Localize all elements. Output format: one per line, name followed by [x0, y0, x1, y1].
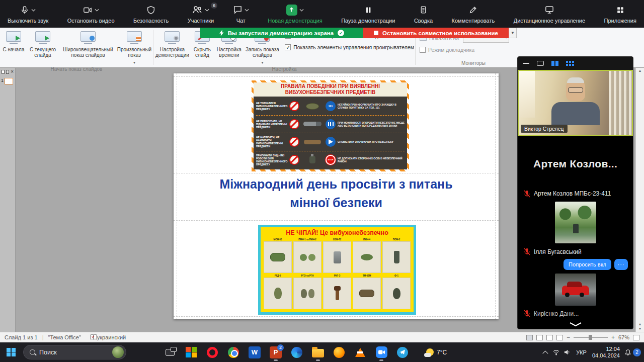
word-button[interactable]: W — [244, 342, 265, 362]
wifi-icon[interactable] — [553, 349, 559, 355]
share-screen-icon — [286, 5, 297, 16]
mine-photo — [323, 241, 351, 273]
gallery-strip-view-icon[interactable] — [551, 61, 558, 66]
taskbar-weather-widget[interactable]: 7°C — [426, 348, 447, 356]
mine-item: ПМН-4 — [353, 238, 381, 273]
slide-thumbnail-box — [5, 78, 13, 84]
scroll-up-arrow[interactable]: ▲ — [636, 69, 644, 72]
taskbar-search-box[interactable]: Поиск — [23, 345, 126, 359]
red-car-figure — [562, 286, 589, 295]
stop-sharing-button[interactable]: Остановить совместное использование — [363, 28, 509, 38]
new-share-button[interactable]: Новая демонстрация — [264, 0, 326, 28]
powerpoint-button[interactable]: P2 — [265, 342, 286, 362]
rules-row: НЕ ПЕРЕСУВАТИ, НЕ ПІДНІМАТИ НЕБЕЗПЕЧНІ П… — [256, 116, 405, 134]
file-explorer-button[interactable] — [307, 342, 329, 362]
stop-video-button[interactable]: Остановить видео — [64, 0, 118, 28]
custom-slideshow-button[interactable]: Произвольный показ — [117, 29, 152, 65]
slide-1-thumbnail[interactable]: 1 — [0, 78, 15, 84]
proofing-language[interactable]: украинский — [97, 334, 126, 340]
vertical-scrollbar[interactable]: ▲ ▲▼ — [635, 68, 644, 332]
participant-video-thumbnail[interactable] — [555, 274, 596, 306]
chrome-icon — [228, 347, 239, 358]
zoom-slider[interactable] — [574, 337, 608, 338]
zoom-in-button[interactable]: + — [611, 335, 615, 340]
participant-actions: Попросить вкл ··· — [518, 257, 633, 271]
running-indicator — [379, 359, 383, 361]
zoom-slider-thumb[interactable] — [589, 335, 592, 340]
notification-center-button[interactable]: 2 — [624, 348, 641, 356]
start-button[interactable] — [0, 342, 22, 362]
mute-button[interactable]: Выключить звук — [4, 0, 52, 28]
chat-button[interactable]: Чат — [229, 0, 253, 28]
zoom-out-button[interactable]: − — [567, 335, 570, 340]
participant-row[interactable]: Артем Козлов МПБс-23-411 — [518, 188, 633, 199]
presenter-view-checkbox[interactable]: Режим докладчика — [420, 47, 474, 53]
gallery-grid-view-icon[interactable] — [566, 61, 574, 66]
from-current-slide-button[interactable]: С текущего слайда — [26, 29, 59, 58]
tray-overflow-chevron[interactable] — [542, 350, 548, 356]
slide-sorter-view-button[interactable] — [536, 335, 543, 340]
group-label-start-slideshow: Начать показ слайдов — [1, 65, 152, 73]
vlc-button[interactable] — [350, 342, 371, 362]
active-speaker-video[interactable]: Виктор Стрелец — [518, 70, 633, 136]
annotate-button[interactable]: Комментировать — [448, 0, 499, 28]
pause-share-button[interactable]: Пауза демонстрации — [338, 0, 398, 28]
mines-poster-header: НЕ ЧІПАЙ! Це вибухонебезпечно — [261, 227, 414, 237]
statusbar-separator: | — [42, 334, 44, 340]
prev-next-slide-buttons[interactable]: ▲▼ — [636, 322, 644, 331]
collapse-panel-chevron[interactable] — [569, 320, 582, 329]
broadcast-slideshow-button[interactable]: Широковещательный показ слайдов — [59, 29, 117, 58]
more-options-button[interactable]: ··· — [614, 259, 628, 270]
monitor-play-icon — [6, 31, 21, 42]
new-share-label: Новая демонстрация — [268, 18, 322, 24]
language-indicator[interactable]: УКР — [575, 349, 588, 355]
mine-photo — [293, 241, 321, 273]
edge-button[interactable] — [286, 342, 307, 362]
participant-row[interactable]: Ілля Бугасвський — [518, 246, 633, 257]
participant-row[interactable]: Кирієнко Дани... — [518, 308, 633, 319]
participants-button[interactable]: 6 Участники — [184, 0, 218, 28]
from-beginning-button[interactable]: С начала — [1, 29, 26, 52]
mine-photo — [301, 101, 324, 112]
zoom-meeting-toolbar: Выключить звук Остановить видео Безопасн… — [0, 0, 644, 28]
ask-to-unmute-button[interactable]: Попросить вкл — [564, 259, 611, 270]
opera-button[interactable] — [202, 342, 223, 362]
megaphone-icon — [326, 137, 336, 147]
widgets-button[interactable] — [181, 342, 202, 362]
show-media-controls-checkbox[interactable]: Показать элементы управления проигрывате… — [285, 44, 414, 51]
setup-slideshow-button[interactable]: Настройка демонстрации — [154, 29, 190, 58]
spellcheck-icon[interactable] — [90, 334, 97, 341]
slideshow-view-button[interactable] — [556, 335, 563, 340]
security-button[interactable]: Безопасность — [130, 0, 172, 28]
slide[interactable]: ПРАВИЛА ПОВЕДІНКИ ПРИ ВИЯВЛЕННІ ВИБУХОНЕ… — [174, 73, 499, 319]
zoom-percentage[interactable]: 67% — [618, 334, 629, 340]
taskbar-clock[interactable]: 12:04 04.04.2024 — [592, 346, 620, 359]
monitor-gear-icon — [165, 31, 180, 42]
apps-button[interactable]: Приложения — [601, 0, 640, 28]
task-view-icon — [166, 349, 175, 356]
summary-button[interactable]: Сводка — [411, 0, 436, 28]
edge-icon — [291, 347, 302, 358]
fit-to-window-button[interactable] — [633, 335, 639, 340]
prohibition-icon — [289, 137, 299, 147]
firefox-button[interactable] — [329, 342, 350, 362]
speaker-icon[interactable] — [564, 349, 571, 355]
speaker-view-icon[interactable] — [537, 61, 544, 66]
chrome-button[interactable] — [223, 342, 244, 362]
participant-video-thumbnail[interactable] — [555, 202, 596, 243]
bolt-icon — [219, 30, 224, 36]
slide-title-line1: Міжнародний день просвіти з питань — [174, 175, 499, 194]
participant-video-figure — [548, 79, 603, 125]
reading-view-button[interactable] — [546, 335, 553, 340]
record-slideshow-label: Запись показа слайдов — [245, 47, 280, 58]
telegram-button[interactable] — [392, 342, 413, 362]
normal-view-button[interactable] — [526, 335, 533, 340]
mine-photo — [323, 278, 351, 309]
windows-logo-icon — [7, 348, 16, 357]
ribbon-group-start-slideshow: С начала С текущего слайда Широковещател… — [0, 28, 153, 67]
minimize-panel-icon[interactable] — [523, 63, 529, 64]
remote-control-button[interactable]: Дистанционное управление — [510, 0, 589, 28]
banner-dropdown-button[interactable]: ▼ — [509, 28, 517, 38]
task-view-button[interactable] — [159, 342, 181, 362]
zoom-button[interactable] — [371, 342, 392, 362]
